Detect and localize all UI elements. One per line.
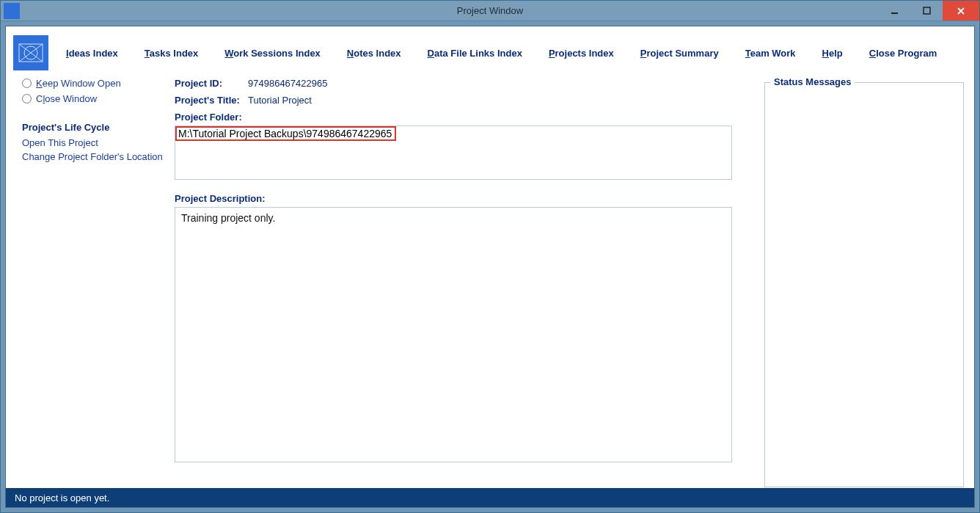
radio-keep-window-open[interactable]: Keep Window Open — [22, 78, 169, 89]
right-panel: Status Messages — [764, 78, 974, 488]
menu-items: Ideas Index Tasks Index Work Sessions In… — [66, 48, 937, 59]
center-panel: Project ID: 974986467422965 Project's Ti… — [175, 78, 764, 488]
body: Keep Window Open Close Window Project's … — [6, 78, 974, 488]
radio-close-window[interactable]: Close Window — [22, 93, 169, 104]
menu-notes-index[interactable]: Notes Index — [347, 48, 401, 59]
row-project-id: Project ID: 974986467422965 — [175, 78, 745, 89]
link-change-project-folder-location[interactable]: Change Project Folder's Location — [22, 151, 169, 162]
menu-team-work[interactable]: Team Work — [745, 48, 796, 59]
menu-project-summary[interactable]: Project Summary — [640, 48, 719, 59]
lifecycle-heading: Project's Life Cycle — [22, 122, 169, 133]
statusbar: No project is open yet. — [6, 488, 974, 507]
value-project-title: Tutorial Project — [248, 95, 312, 106]
label-project-folder: Project Folder: — [175, 112, 745, 123]
status-messages-group: Status Messages — [764, 82, 964, 487]
menu-projects-index[interactable]: Projects Index — [549, 48, 614, 59]
project-folder-field[interactable]: M:\Tutorial Project Backups\974986467422… — [175, 125, 732, 180]
menu-ideas-index[interactable]: Ideas Index — [66, 48, 118, 59]
radio-keep-window-open-input[interactable] — [22, 79, 32, 88]
status-messages-title: Status Messages — [771, 76, 855, 87]
label-project-description: Project Description: — [175, 193, 745, 204]
menu-work-sessions-index[interactable]: Work Sessions Index — [224, 48, 321, 59]
logo-icon — [16, 38, 45, 68]
label-project-id: Project ID: — [175, 78, 248, 89]
status-text: No project is open yet. — [15, 492, 109, 503]
window-title: Project Window — [1, 5, 979, 16]
menu-help[interactable]: Help — [822, 48, 843, 59]
client-area: Ideas Index Tasks Index Work Sessions In… — [5, 26, 975, 508]
app-window: Project Window — [0, 0, 980, 513]
project-description-text: Training project only. — [181, 212, 275, 224]
menu-tasks-index[interactable]: Tasks Index — [145, 48, 198, 59]
titlebar: Project Window — [1, 1, 979, 21]
app-logo — [13, 35, 48, 70]
label-project-title: Project's Title: — [175, 95, 248, 106]
menu-data-file-links-index[interactable]: Data File Links Index — [428, 48, 522, 59]
row-project-title: Project's Title: Tutorial Project — [175, 95, 745, 106]
project-description-field[interactable]: Training project only. — [175, 207, 732, 462]
radio-close-window-input[interactable] — [22, 94, 32, 103]
menubar: Ideas Index Tasks Index Work Sessions In… — [6, 26, 974, 78]
link-open-this-project[interactable]: Open This Project — [22, 137, 169, 148]
radio-close-window-label: Close Window — [36, 93, 97, 104]
menu-close-program[interactable]: Close Program — [869, 48, 937, 59]
project-folder-path: M:\Tutorial Project Backups\974986467422… — [177, 128, 395, 139]
left-panel: Keep Window Open Close Window Project's … — [6, 78, 175, 488]
radio-keep-window-open-label: Keep Window Open — [36, 78, 121, 89]
value-project-id: 974986467422965 — [248, 78, 327, 89]
